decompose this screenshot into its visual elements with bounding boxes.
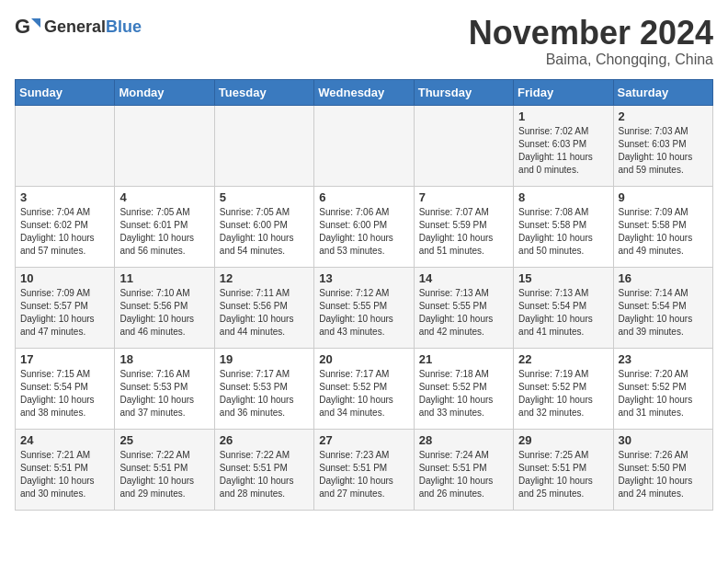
day-number: 9 [619,190,708,204]
day-info: Sunrise: 7:06 AM Sunset: 6:00 PM Dayligh… [319,206,408,258]
day-number: 17 [20,352,109,366]
day-info: Sunrise: 7:08 AM Sunset: 5:58 PM Dayligh… [518,206,608,258]
header: G GeneralBlue November 2024 Baima, Chong… [15,15,713,68]
calendar-cell: 3Sunrise: 7:04 AM Sunset: 6:02 PM Daylig… [16,186,115,267]
calendar-cell [414,105,513,186]
calendar-cell: 4Sunrise: 7:05 AM Sunset: 6:01 PM Daylig… [115,186,214,267]
day-info: Sunrise: 7:17 AM Sunset: 5:53 PM Dayligh… [220,368,309,419]
calendar-cell: 5Sunrise: 7:05 AM Sunset: 6:00 PM Daylig… [214,186,313,267]
calendar-cell [214,105,313,186]
day-info: Sunrise: 7:13 AM Sunset: 5:55 PM Dayligh… [419,287,508,339]
calendar-cell [314,105,414,186]
weekday-header-sunday: Sunday [16,79,115,105]
day-info: Sunrise: 7:11 AM Sunset: 5:56 PM Dayligh… [220,287,309,339]
day-number: 2 [619,109,708,123]
calendar-cell: 27Sunrise: 7:23 AM Sunset: 5:51 PM Dayli… [314,429,414,510]
day-number: 14 [419,271,508,285]
weekday-header-monday: Monday [115,79,214,105]
calendar-cell: 13Sunrise: 7:12 AM Sunset: 5:55 PM Dayli… [314,267,414,348]
calendar-table: SundayMondayTuesdayWednesdayThursdayFrid… [15,79,713,511]
day-number: 6 [319,190,408,204]
calendar-cell: 6Sunrise: 7:06 AM Sunset: 6:00 PM Daylig… [314,186,414,267]
day-number: 1 [518,109,608,123]
day-number: 23 [619,352,708,366]
day-number: 20 [319,352,408,366]
calendar-cell: 8Sunrise: 7:08 AM Sunset: 5:58 PM Daylig… [514,186,613,267]
calendar-cell: 26Sunrise: 7:22 AM Sunset: 5:51 PM Dayli… [214,429,313,510]
svg-text:G: G [15,15,30,38]
day-info: Sunrise: 7:17 AM Sunset: 5:52 PM Dayligh… [319,368,408,419]
calendar-cell: 12Sunrise: 7:11 AM Sunset: 5:56 PM Dayli… [214,267,313,348]
day-number: 21 [419,352,508,366]
logo-icon: G [15,15,40,40]
calendar-cell: 28Sunrise: 7:24 AM Sunset: 5:51 PM Dayli… [414,429,513,510]
calendar-cell: 16Sunrise: 7:14 AM Sunset: 5:54 PM Dayli… [613,267,712,348]
day-info: Sunrise: 7:21 AM Sunset: 5:51 PM Dayligh… [20,449,109,500]
day-number: 16 [619,271,708,285]
day-info: Sunrise: 7:09 AM Sunset: 5:58 PM Dayligh… [619,206,708,258]
calendar-header: SundayMondayTuesdayWednesdayThursdayFrid… [16,79,713,105]
day-number: 15 [518,271,608,285]
day-number: 28 [419,433,508,447]
day-info: Sunrise: 7:24 AM Sunset: 5:51 PM Dayligh… [419,449,508,500]
calendar-cell [115,105,214,186]
day-number: 7 [419,190,508,204]
calendar-cell: 11Sunrise: 7:10 AM Sunset: 5:56 PM Dayli… [115,267,214,348]
weekday-row: SundayMondayTuesdayWednesdayThursdayFrid… [16,79,713,105]
calendar-cell: 9Sunrise: 7:09 AM Sunset: 5:58 PM Daylig… [613,186,712,267]
calendar-cell: 2Sunrise: 7:03 AM Sunset: 6:03 PM Daylig… [613,105,712,186]
calendar-title: November 2024 [469,15,713,52]
day-info: Sunrise: 7:14 AM Sunset: 5:54 PM Dayligh… [619,287,708,339]
calendar-cell: 22Sunrise: 7:19 AM Sunset: 5:52 PM Dayli… [514,348,613,429]
calendar-cell: 17Sunrise: 7:15 AM Sunset: 5:54 PM Dayli… [16,348,115,429]
calendar-cell: 7Sunrise: 7:07 AM Sunset: 5:59 PM Daylig… [414,186,513,267]
day-info: Sunrise: 7:13 AM Sunset: 5:54 PM Dayligh… [518,287,608,339]
day-info: Sunrise: 7:04 AM Sunset: 6:02 PM Dayligh… [20,206,109,258]
calendar-cell: 1Sunrise: 7:02 AM Sunset: 6:03 PM Daylig… [514,105,613,186]
title-area: November 2024 Baima, Chongqing, China [469,15,713,68]
day-info: Sunrise: 7:18 AM Sunset: 5:52 PM Dayligh… [419,368,508,419]
day-info: Sunrise: 7:02 AM Sunset: 6:03 PM Dayligh… [518,125,608,177]
day-number: 8 [518,190,608,204]
day-info: Sunrise: 7:23 AM Sunset: 5:51 PM Dayligh… [319,449,408,500]
day-number: 22 [518,352,608,366]
calendar-cell: 24Sunrise: 7:21 AM Sunset: 5:51 PM Dayli… [16,429,115,510]
calendar-cell: 18Sunrise: 7:16 AM Sunset: 5:53 PM Dayli… [115,348,214,429]
day-info: Sunrise: 7:20 AM Sunset: 5:52 PM Dayligh… [619,368,708,419]
calendar-cell: 23Sunrise: 7:20 AM Sunset: 5:52 PM Dayli… [613,348,712,429]
weekday-header-friday: Friday [514,79,613,105]
weekday-header-saturday: Saturday [613,79,712,105]
day-number: 5 [220,190,309,204]
day-number: 18 [119,352,209,366]
calendar-week-5: 24Sunrise: 7:21 AM Sunset: 5:51 PM Dayli… [16,429,713,510]
day-number: 26 [220,433,309,447]
day-info: Sunrise: 7:03 AM Sunset: 6:03 PM Dayligh… [619,125,708,177]
day-info: Sunrise: 7:25 AM Sunset: 5:51 PM Dayligh… [518,449,608,500]
day-info: Sunrise: 7:16 AM Sunset: 5:53 PM Dayligh… [119,368,209,419]
day-info: Sunrise: 7:22 AM Sunset: 5:51 PM Dayligh… [119,449,209,500]
day-number: 30 [619,433,708,447]
calendar-cell: 29Sunrise: 7:25 AM Sunset: 5:51 PM Dayli… [514,429,613,510]
day-info: Sunrise: 7:05 AM Sunset: 6:01 PM Dayligh… [119,206,209,258]
calendar-week-1: 1Sunrise: 7:02 AM Sunset: 6:03 PM Daylig… [16,105,713,186]
calendar-cell: 21Sunrise: 7:18 AM Sunset: 5:52 PM Dayli… [414,348,513,429]
day-number: 11 [119,271,209,285]
day-number: 27 [319,433,408,447]
logo: G GeneralBlue [15,15,142,40]
calendar-cell: 25Sunrise: 7:22 AM Sunset: 5:51 PM Dayli… [115,429,214,510]
day-info: Sunrise: 7:26 AM Sunset: 5:50 PM Dayligh… [619,449,708,500]
weekday-header-tuesday: Tuesday [214,79,313,105]
day-number: 13 [319,271,408,285]
calendar-cell: 10Sunrise: 7:09 AM Sunset: 5:57 PM Dayli… [16,267,115,348]
calendar-cell: 14Sunrise: 7:13 AM Sunset: 5:55 PM Dayli… [414,267,513,348]
day-info: Sunrise: 7:05 AM Sunset: 6:00 PM Dayligh… [220,206,309,258]
day-number: 19 [220,352,309,366]
calendar-subtitle: Baima, Chongqing, China [469,52,713,68]
calendar-cell: 20Sunrise: 7:17 AM Sunset: 5:52 PM Dayli… [314,348,414,429]
day-info: Sunrise: 7:19 AM Sunset: 5:52 PM Dayligh… [518,368,608,419]
day-number: 12 [220,271,309,285]
calendar-cell: 19Sunrise: 7:17 AM Sunset: 5:53 PM Dayli… [214,348,313,429]
calendar-cell [16,105,115,186]
calendar-week-3: 10Sunrise: 7:09 AM Sunset: 5:57 PM Dayli… [16,267,713,348]
calendar-cell: 30Sunrise: 7:26 AM Sunset: 5:50 PM Dayli… [613,429,712,510]
